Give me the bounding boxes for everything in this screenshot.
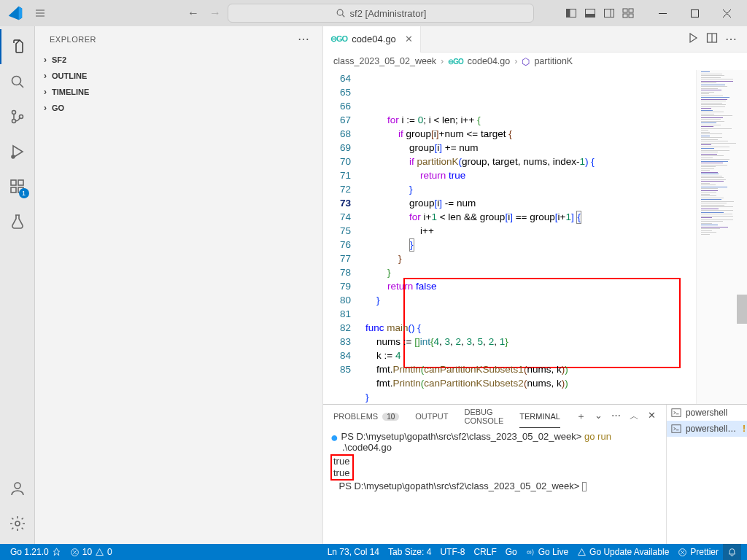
minimap-slider[interactable] [737, 295, 747, 324]
editor-more-icon[interactable]: ⋯ [725, 32, 738, 46]
maximize-button[interactable] [678, 2, 711, 24]
status-problems[interactable]: 10 0 [66, 544, 117, 560]
svg-rect-30 [672, 409, 681, 417]
symbol-icon: ⬡ [522, 56, 530, 67]
panel: PROBLEMS10 OUTPUT DEBUG CONSOLE TERMINAL… [323, 404, 747, 544]
sidebar-section-outline[interactable]: ›OUTLINE [35, 68, 322, 84]
editor-area: ⊖GO code04.go ✕ ⋯ class_2023_05_02_week … [323, 26, 747, 544]
layout-icons [563, 5, 636, 21]
close-button[interactable] [711, 2, 743, 24]
svg-rect-11 [629, 14, 633, 18]
svg-rect-3 [567, 9, 570, 18]
layout-right-icon[interactable] [601, 5, 617, 21]
sidebar-section-sf2[interactable]: ›SF2 [35, 52, 322, 68]
extensions-badge: 1 [19, 188, 29, 198]
svg-rect-22 [11, 180, 16, 185]
customize-layout-icon[interactable] [620, 5, 636, 21]
terminal-powershell[interactable]: powershell [667, 405, 747, 421]
status-tab-size[interactable]: Tab Size: 4 [384, 544, 436, 560]
sidebar-more-icon[interactable]: ⋯ [298, 32, 311, 46]
sidebar-section-timeline[interactable]: ›TIMELINE [35, 84, 322, 100]
split-editor-icon[interactable] [706, 32, 718, 46]
sidebar-section-go[interactable]: ›GO [35, 100, 322, 116]
run-icon[interactable] [687, 32, 699, 46]
svg-line-1 [342, 15, 344, 17]
title-text: sf2 [Administrator] [350, 8, 427, 19]
run-debug-icon[interactable] [0, 134, 35, 169]
svg-rect-31 [672, 425, 681, 433]
breadcrumb[interactable]: class_2023_05_02_week › ⊖GO code04.go › … [323, 52, 747, 70]
svg-point-35 [527, 551, 529, 553]
extensions-icon[interactable]: 1 [0, 169, 35, 204]
terminal[interactable]: ● PS D:\mysetup\gopath\src\sf2\class_202… [323, 428, 666, 544]
layout-left-icon[interactable] [563, 5, 579, 21]
svg-rect-23 [11, 187, 16, 192]
command-center[interactable]: sf2 [Administrator] [228, 4, 534, 23]
close-panel-icon[interactable]: ✕ [648, 410, 656, 423]
svg-line-17 [20, 84, 23, 88]
tab-code04[interactable]: ⊖GO code04.go ✕ [323, 26, 421, 52]
svg-point-0 [337, 9, 343, 15]
maximize-panel-icon[interactable]: ︿ [630, 410, 639, 423]
status-go-live[interactable]: Go Live [522, 544, 573, 560]
status-language[interactable]: Go [501, 544, 522, 560]
close-icon[interactable]: ✕ [405, 34, 413, 44]
minimap[interactable] [696, 70, 747, 404]
tab-terminal[interactable]: TERMINAL [519, 405, 560, 428]
explorer-icon[interactable] [0, 29, 35, 64]
tab-output[interactable]: OUTPUT [415, 405, 448, 428]
tab-label: code04.go [352, 34, 396, 44]
status-encoding[interactable]: UTF-8 [436, 544, 469, 560]
svg-rect-13 [691, 9, 698, 17]
status-cursor[interactable]: Ln 73, Col 14 [323, 544, 384, 560]
forward-icon[interactable]: → [207, 7, 223, 20]
go-file-icon: ⊖GO [448, 58, 463, 66]
status-eol[interactable]: CRLF [469, 544, 500, 560]
vscode-logo-icon [7, 5, 23, 21]
accounts-icon[interactable] [0, 471, 35, 506]
nav-arrows: ← → [185, 7, 223, 20]
explorer-label: EXPLORER [50, 35, 96, 44]
panel-tabs: PROBLEMS10 OUTPUT DEBUG CONSOLE TERMINAL… [323, 405, 666, 428]
terminal-dropdown-icon[interactable]: ⌄ [595, 410, 603, 423]
warning-icon: ! [743, 424, 746, 434]
terminal-list: powershell powershell cl…! [666, 405, 747, 544]
layout-bottom-icon[interactable] [582, 5, 598, 21]
code-editor[interactable]: 6465666768697071727374757677787980818283… [323, 70, 747, 404]
output-annotation-box: true true [330, 454, 354, 481]
titlebar: ← → sf2 [Administrator] [0, 0, 747, 26]
sidebar: EXPLORER ⋯ ›SF2›OUTLINE›TIMELINE›GO [35, 26, 323, 544]
tab-problems[interactable]: PROBLEMS10 [333, 405, 399, 428]
activity-bar: 1 [0, 26, 35, 544]
back-icon[interactable]: ← [185, 7, 201, 20]
panel-more-icon[interactable]: ⋯ [611, 410, 621, 423]
svg-point-27 [15, 521, 20, 526]
status-prettier[interactable]: Prettier [673, 544, 723, 560]
active-dot-icon: ● [330, 430, 338, 445]
window-controls [646, 2, 743, 24]
status-notifications-icon[interactable] [723, 544, 741, 560]
svg-point-21 [12, 155, 15, 158]
svg-rect-5 [586, 14, 595, 18]
minimize-button[interactable] [646, 2, 678, 24]
svg-rect-6 [605, 9, 614, 18]
svg-point-19 [12, 120, 15, 123]
new-terminal-icon[interactable]: ＋ [576, 410, 586, 423]
testing-icon[interactable] [0, 204, 35, 239]
menu-icon[interactable] [32, 5, 48, 21]
tab-debug-console[interactable]: DEBUG CONSOLE [465, 405, 504, 428]
status-go-version[interactable]: Go 1.21.0 [6, 544, 66, 560]
svg-rect-25 [18, 180, 23, 185]
editor-tabs: ⊖GO code04.go ✕ ⋯ [323, 26, 747, 52]
source-control-icon[interactable] [0, 99, 35, 134]
sidebar-header: EXPLORER ⋯ [35, 26, 322, 52]
search-icon[interactable] [0, 64, 35, 99]
svg-point-18 [12, 111, 15, 114]
terminal-powershell-2[interactable]: powershell cl…! [667, 421, 747, 437]
svg-rect-9 [629, 9, 633, 12]
status-go-update[interactable]: Go Update Available [573, 544, 673, 560]
settings-icon[interactable] [0, 506, 35, 541]
breadcrumb-symbol: partitionK [534, 56, 573, 66]
breadcrumb-folder: class_2023_05_02_week [333, 56, 436, 66]
svg-point-16 [12, 77, 20, 85]
